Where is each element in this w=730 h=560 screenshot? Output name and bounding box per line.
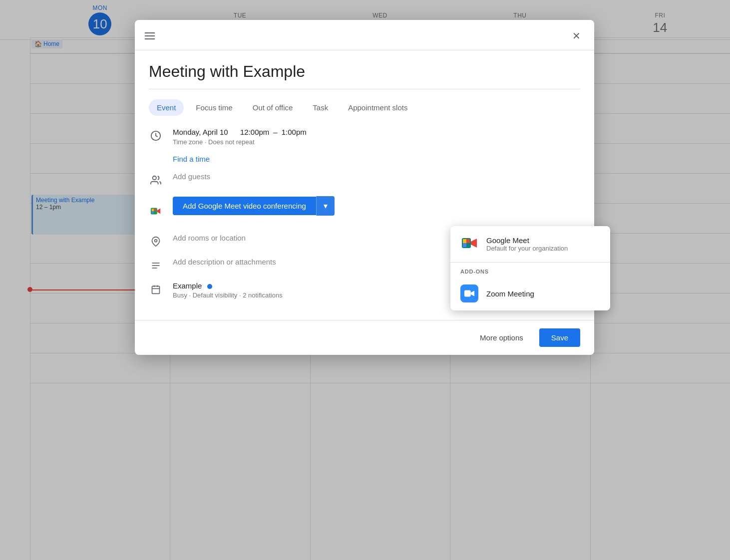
event-start-time[interactable]: 12:00pm xyxy=(240,128,269,136)
description-icon xyxy=(149,259,163,273)
svg-rect-17 xyxy=(464,290,471,297)
svg-marker-3 xyxy=(157,208,160,214)
guests-row: Add guests xyxy=(149,172,580,187)
tab-task[interactable]: Task xyxy=(305,99,336,116)
find-a-time-link[interactable]: Find a time xyxy=(173,155,210,163)
zoom-item-title: Zoom Meeting xyxy=(486,289,534,298)
tab-out-of-office[interactable]: Out of office xyxy=(245,99,301,116)
add-description-placeholder[interactable]: Add description or attachments xyxy=(173,258,276,266)
datetime-sub[interactable]: Time zone · Does not repeat xyxy=(173,138,580,146)
event-end-time[interactable]: 1:00pm xyxy=(282,128,307,136)
gmeet-dropdown-button[interactable]: ▾ xyxy=(316,196,335,216)
calendar-owner-name: Example xyxy=(173,281,202,290)
event-date[interactable]: Monday, April 10 xyxy=(173,128,228,136)
time-separator: – xyxy=(273,128,277,136)
event-creation-modal: ✕ Meeting with Example Event Focus time … xyxy=(135,20,594,355)
svg-point-1 xyxy=(153,176,156,180)
svg-rect-23 xyxy=(152,286,160,293)
calendar-icon xyxy=(149,282,163,296)
conferencing-row: Add Google Meet video conferencing ▾ xyxy=(149,196,580,225)
timezone-link[interactable]: Time zone xyxy=(173,138,203,146)
svg-rect-14 xyxy=(466,239,470,243)
save-button[interactable]: Save xyxy=(539,328,580,347)
svg-rect-6 xyxy=(154,209,156,211)
svg-rect-16 xyxy=(466,243,470,247)
repeat-option[interactable]: Does not repeat xyxy=(208,138,255,146)
modal-body: Meeting with Example Event Focus time Ou… xyxy=(135,50,594,320)
add-guests-placeholder[interactable]: Add guests xyxy=(173,172,210,181)
svg-rect-13 xyxy=(463,239,466,243)
tab-appointment-slots[interactable]: Appointment slots xyxy=(340,99,415,116)
gmeet-button-label: Add Google Meet video conferencing xyxy=(183,202,306,210)
meet-button-container: Add Google Meet video conferencing ▾ xyxy=(173,196,580,225)
dropdown-item-zoom[interactable]: Zoom Meeting xyxy=(450,277,610,310)
gmeet-logo-icon xyxy=(460,234,478,254)
location-icon xyxy=(149,235,163,249)
event-type-tabs: Event Focus time Out of office Task Appo… xyxy=(149,99,580,116)
gmeet-item-subtitle: Default for your organization xyxy=(486,245,568,252)
meet-camera-icon xyxy=(149,204,163,218)
add-google-meet-button[interactable]: Add Google Meet video conferencing xyxy=(173,197,316,215)
guests-icon xyxy=(149,173,163,187)
hamburger-menu-button[interactable] xyxy=(145,32,155,39)
zoom-item-text: Zoom Meeting xyxy=(486,289,534,298)
svg-rect-8 xyxy=(154,211,156,214)
conferencing-dropdown: Google Meet Default for your organizatio… xyxy=(450,226,610,310)
svg-rect-15 xyxy=(463,243,466,247)
modal-header: ✕ xyxy=(135,20,594,50)
gmeet-button-row: Add Google Meet video conferencing ▾ xyxy=(173,196,580,216)
gmeet-item-text: Google Meet Default for your organizatio… xyxy=(486,236,568,252)
datetime-content: Monday, April 10 12:00pm – 1:00pm Time z… xyxy=(173,128,580,146)
guests-content[interactable]: Add guests xyxy=(173,172,580,181)
tab-focus-time[interactable]: Focus time xyxy=(188,99,240,116)
tab-event[interactable]: Event xyxy=(149,99,184,116)
svg-rect-5 xyxy=(152,209,154,211)
clock-icon xyxy=(149,129,163,143)
add-location-placeholder[interactable]: Add rooms or location xyxy=(173,234,246,242)
more-options-button[interactable]: More options xyxy=(472,329,531,346)
svg-rect-7 xyxy=(152,211,154,214)
calendar-color-dot xyxy=(207,284,212,289)
dropdown-item-gmeet[interactable]: Google Meet Default for your organizatio… xyxy=(450,226,610,262)
svg-marker-18 xyxy=(471,291,474,296)
gmeet-item-title: Google Meet xyxy=(486,236,568,245)
datetime-row: Monday, April 10 12:00pm – 1:00pm Time z… xyxy=(149,128,580,146)
date-time-display[interactable]: Monday, April 10 12:00pm – 1:00pm xyxy=(173,128,580,136)
event-title-field[interactable]: Meeting with Example xyxy=(149,62,580,89)
svg-point-19 xyxy=(155,240,157,242)
zoom-logo-icon xyxy=(460,284,478,302)
close-button[interactable]: ✕ xyxy=(568,28,584,44)
modal-footer: More options Save xyxy=(135,320,594,355)
addons-label: ADD-ONS xyxy=(450,263,610,277)
